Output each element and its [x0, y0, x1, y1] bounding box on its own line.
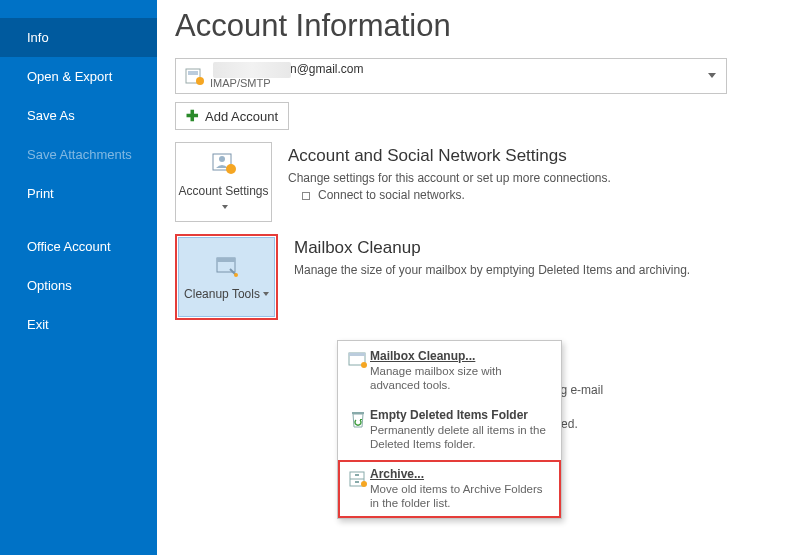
- svg-point-17: [361, 481, 367, 487]
- trash-icon: [346, 408, 370, 451]
- svg-rect-15: [355, 474, 359, 476]
- svg-point-4: [219, 156, 225, 162]
- svg-rect-16: [355, 481, 359, 483]
- svg-point-11: [361, 362, 367, 368]
- account-settings-btn-label: Account Settings: [178, 184, 268, 198]
- bullet-icon: [302, 192, 310, 200]
- sidebar-item-save-as[interactable]: Save As: [0, 96, 157, 135]
- svg-point-8: [234, 273, 238, 277]
- account-settings-button[interactable]: Account Settings: [175, 142, 272, 222]
- chevron-down-icon: [263, 292, 269, 296]
- svg-rect-7: [217, 258, 235, 262]
- page-title: Account Information: [175, 8, 812, 44]
- menu-archive[interactable]: Archive... Move old items to Archive Fol…: [338, 459, 561, 518]
- add-account-button[interactable]: ✚ Add Account: [175, 102, 289, 130]
- sidebar-item-info[interactable]: Info: [0, 18, 157, 57]
- sidebar-item-options[interactable]: Options: [0, 266, 157, 305]
- cleanup-tools-icon: [214, 253, 240, 281]
- menu-mailbox-cleanup[interactable]: Mailbox Cleanup... Manage mailbox size w…: [338, 341, 561, 400]
- redacted-name: [213, 62, 291, 78]
- svg-rect-10: [349, 353, 365, 356]
- sidebar-item-office-account[interactable]: Office Account: [0, 227, 157, 266]
- archive-icon: [346, 467, 370, 510]
- connect-social-link[interactable]: Connect to social networks.: [318, 188, 465, 202]
- backstage-sidebar: Info Open & Export Save As Save Attachme…: [0, 0, 157, 555]
- section-title-cleanup: Mailbox Cleanup: [294, 238, 734, 258]
- add-account-label: Add Account: [205, 109, 278, 124]
- menu-empty-deleted-desc: Permanently delete all items in the Dele…: [370, 423, 551, 451]
- highlight-cleanup: Cleanup Tools: [175, 234, 278, 320]
- mailbox-cleanup-icon: [346, 349, 370, 392]
- menu-archive-desc: Move old items to Archive Folders in the…: [370, 482, 551, 510]
- mailbox-icon: [184, 66, 204, 86]
- chevron-down-icon: [222, 205, 228, 209]
- sidebar-item-exit[interactable]: Exit: [0, 305, 157, 344]
- menu-archive-title: Archive...: [370, 467, 551, 482]
- account-protocol: IMAP/SMTP: [210, 76, 364, 90]
- sidebar-item-print[interactable]: Print: [0, 174, 157, 213]
- chevron-down-icon: [708, 73, 716, 78]
- menu-empty-deleted-title: Empty Deleted Items Folder: [370, 408, 551, 423]
- svg-rect-12: [352, 412, 364, 414]
- svg-point-2: [196, 77, 204, 85]
- account-dropdown[interactable]: n@gmail.com IMAP/SMTP: [175, 58, 727, 94]
- menu-empty-deleted[interactable]: Empty Deleted Items Folder Permanently d…: [338, 400, 561, 459]
- plus-icon: ✚: [186, 107, 199, 125]
- section-title-account: Account and Social Network Settings: [288, 146, 728, 166]
- sidebar-item-save-attachments: Save Attachments: [0, 135, 157, 174]
- cleanup-tools-btn-label: Cleanup Tools: [184, 287, 260, 301]
- section-desc-cleanup: Manage the size of your mailbox by empty…: [294, 262, 734, 279]
- svg-rect-1: [188, 71, 198, 75]
- section-desc-account: Change settings for this account or set …: [288, 170, 728, 187]
- cleanup-tools-menu: Mailbox Cleanup... Manage mailbox size w…: [337, 340, 562, 519]
- account-settings-icon: [211, 150, 237, 178]
- menu-mailbox-cleanup-title: Mailbox Cleanup...: [370, 349, 551, 364]
- sidebar-item-open-export[interactable]: Open & Export: [0, 57, 157, 96]
- main-panel: Account Information n@gmail.com IMAP/SMT…: [157, 0, 812, 555]
- cleanup-tools-button[interactable]: Cleanup Tools: [178, 237, 275, 317]
- svg-point-5: [226, 164, 236, 174]
- menu-mailbox-cleanup-desc: Manage mailbox size with advanced tools.: [370, 364, 551, 392]
